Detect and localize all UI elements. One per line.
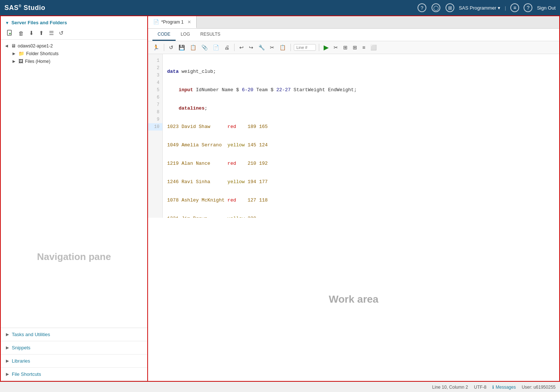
- toolbar-divider-3: [290, 44, 291, 51]
- line-num-10: 10: [148, 123, 162, 131]
- fullscreen-button[interactable]: ⬜: [369, 43, 378, 51]
- line-num-5: 5: [148, 86, 162, 94]
- folder-shortcuts-label: Folder Shortcuts: [26, 51, 59, 56]
- user-menu[interactable]: SAS Programmer ▾: [459, 5, 500, 11]
- check-syntax-button[interactable]: ⊞: [341, 43, 349, 51]
- properties-button[interactable]: ☰: [47, 29, 55, 37]
- code-line-4: 1023 David Shaw red 189 165: [167, 123, 555, 131]
- line-num-8: 8: [148, 108, 162, 116]
- code-line-1: data weight_club;: [167, 68, 555, 75]
- refresh-button[interactable]: ↺: [57, 29, 65, 37]
- line-number-input[interactable]: [294, 44, 316, 51]
- undo-button[interactable]: ↩: [237, 43, 246, 51]
- line-num-2: 2: [148, 64, 162, 72]
- libraries-item[interactable]: ▶ Libraries: [1, 354, 147, 368]
- tab-results[interactable]: RESULTS: [195, 29, 225, 41]
- nav-pane-header: ▼ Server Files and Folders: [1, 16, 147, 28]
- new-program-button[interactable]: 📄: [211, 43, 221, 51]
- upload-button[interactable]: ⬆: [38, 29, 45, 37]
- file-shortcuts-label: File Shortcuts: [12, 371, 41, 377]
- file-shortcuts-arrow-icon: ▶: [6, 372, 9, 377]
- indent-button[interactable]: ≡: [360, 43, 367, 51]
- download-button[interactable]: ⬇: [28, 29, 35, 37]
- new-file-button[interactable]: [5, 29, 15, 37]
- server-icon: 🖥: [11, 43, 16, 49]
- work-area: 📄 *Program 1 ✕ CODE LOG RESULTS 🏃 ↺ 💾 📋: [148, 16, 559, 381]
- delete-button[interactable]: 🗑: [17, 29, 25, 37]
- code-content[interactable]: data weight_club; input IdNumber Name $ …: [163, 54, 559, 218]
- info-icon[interactable]: ?: [524, 3, 532, 12]
- nav-toolbar: 🗑 ⬇ ⬆ ☰ ↺: [1, 28, 147, 40]
- step-button[interactable]: ⊞: [351, 43, 359, 51]
- sign-out-button[interactable]: Sign Out: [537, 5, 556, 11]
- line-num-6: 6: [148, 94, 162, 101]
- redo-button[interactable]: ↪: [247, 43, 255, 51]
- copy-button[interactable]: 📋: [278, 43, 288, 51]
- app-title: SAS: [4, 4, 19, 11]
- code-line-8: 1078 Ashley McKnight red 127 118: [167, 197, 555, 204]
- help-icon[interactable]: ≡: [510, 3, 519, 12]
- line-num-9: 9: [148, 116, 162, 123]
- messages-button[interactable]: ℹ Messages: [492, 385, 516, 390]
- navigation-pane: ▼ Server Files and Folders 🗑 ⬇ ⬆ ☰ ↺ ◀ 🖥…: [1, 16, 148, 381]
- save-all-button[interactable]: 📎: [200, 43, 209, 51]
- tab-code[interactable]: CODE: [152, 29, 176, 41]
- search-icon[interactable]: ?: [418, 3, 426, 12]
- cursor-position: Line 10, Column 2: [432, 385, 468, 390]
- tree-expand-arrow-icon: ◀: [5, 44, 11, 48]
- home-files-icon: 🖼: [18, 58, 23, 64]
- tab-bar: 📄 *Program 1 ✕: [148, 16, 559, 29]
- run-button[interactable]: ▶: [322, 43, 330, 52]
- tasks-utilities-item[interactable]: ▶ Tasks and Utilities: [1, 328, 147, 341]
- files-home-label: Files (Home): [25, 59, 50, 64]
- find-button[interactable]: 🔧: [257, 43, 267, 51]
- folder-shortcuts-icon: 📁: [18, 51, 24, 56]
- snippets-arrow-icon: ▶: [6, 345, 9, 350]
- app-logo: SAS® Studio: [4, 4, 45, 12]
- tree-files-home[interactable]: ▶ 🖼 Files (Home): [1, 57, 147, 65]
- snippets-item[interactable]: ▶ Snippets: [1, 341, 147, 354]
- main-container: ▼ Server Files and Folders 🗑 ⬇ ⬆ ☰ ↺ ◀ 🖥…: [0, 15, 560, 382]
- line-num-1: 1: [148, 57, 162, 64]
- tasks-utilities-label: Tasks and Utilities: [12, 332, 50, 337]
- close-tab-icon[interactable]: ✕: [187, 19, 191, 25]
- code-tabs: CODE LOG RESULTS: [148, 29, 559, 41]
- user-name: SAS Programmer: [459, 5, 496, 11]
- line-num-7: 7: [148, 101, 162, 108]
- save-button[interactable]: 💾: [177, 43, 187, 51]
- nav-tree: ◀ 🖥 odaws02-apse1-2 ▶ 📁 Folder Shortcuts…: [1, 40, 147, 186]
- program-icon: 📄: [153, 19, 159, 25]
- tree-server-node[interactable]: ◀ 🖥 odaws02-apse1-2: [1, 42, 147, 50]
- code-line-3: datalines;: [167, 105, 555, 112]
- run-program-icon[interactable]: 🏃: [151, 43, 161, 51]
- work-area-label: Work area: [148, 218, 559, 381]
- undo-recent-icon[interactable]: ↺: [167, 43, 175, 51]
- editor-toolbar: 🏃 ↺ 💾 📋 📎 📄 🖨 ↩ ↪ 🔧 ✂ 📋 ▶ ✂ ⊞ ⊞ ≡ ⬜: [148, 41, 559, 54]
- messages-label: Messages: [496, 385, 516, 390]
- status-bar: Line 10, Column 2 UTF-8 ℹ Messages User:…: [0, 382, 560, 392]
- save-as-button[interactable]: 📋: [188, 43, 198, 51]
- code-line-5: 1049 Amelia Serrano yellow 145 124: [167, 142, 555, 149]
- line-num-4: 4: [148, 79, 162, 86]
- line-numbers: 1 2 3 4 5 6 7 8 9 10: [148, 54, 163, 218]
- nav-bottom-sections: ▶ Tasks and Utilities ▶ Snippets ▶ Libra…: [1, 328, 147, 381]
- info-circle-icon: ℹ: [492, 385, 494, 390]
- print-button[interactable]: 🖨: [222, 43, 231, 51]
- top-bar: SAS® Studio ? ◯ ⊞ SAS Programmer ▾ | ≡ ?…: [0, 0, 560, 15]
- tree-home-arrow-icon: ▶: [13, 59, 18, 63]
- stop-button[interactable]: ✂: [332, 43, 340, 51]
- status-right: Line 10, Column 2 UTF-8 ℹ Messages User:…: [432, 385, 556, 390]
- file-shortcuts-item[interactable]: ▶ File Shortcuts: [1, 368, 147, 381]
- cut-button[interactable]: ✂: [268, 43, 276, 51]
- snippets-label: Snippets: [12, 345, 31, 350]
- code-line-7: 1246 Ravi Sinha yellow 194 177: [167, 178, 555, 186]
- program-1-tab[interactable]: 📄 *Program 1 ✕: [148, 16, 197, 28]
- tree-folder-shortcuts[interactable]: ▶ 📁 Folder Shortcuts: [1, 50, 147, 57]
- code-line-2: input IdNumber Name $ 6-20 Team $ 22-27 …: [167, 86, 555, 94]
- bookmark-icon[interactable]: ◯: [432, 3, 440, 12]
- collapse-arrow-icon[interactable]: ▼: [5, 21, 9, 25]
- tab-log[interactable]: LOG: [176, 29, 195, 41]
- apps-icon[interactable]: ⊞: [445, 3, 454, 12]
- code-editor[interactable]: 1 2 3 4 5 6 7 8 9 10 data weight_club; i…: [148, 54, 559, 218]
- toolbar-divider-4: [319, 44, 319, 51]
